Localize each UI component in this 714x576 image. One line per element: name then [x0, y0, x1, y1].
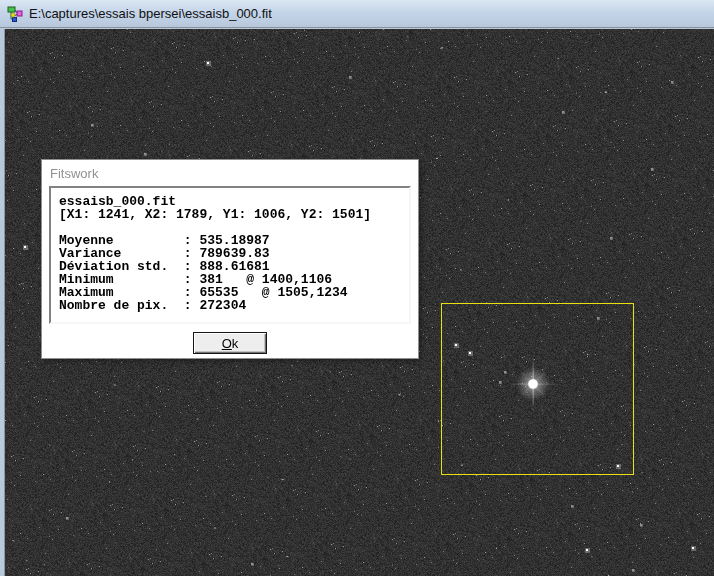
ok-button-label-rest: k [232, 336, 239, 351]
window-title: E:\captures\essais bpersei\essaisb_000.f… [29, 6, 272, 21]
window-frame-edge [4, 29, 5, 576]
fitswork-app-icon [7, 6, 23, 22]
fitswork-stats-dialog: Fitswork essaisb_000.fit [X1: 1241, X2: … [41, 159, 419, 359]
ok-button-accesskey: O [222, 336, 232, 351]
dialog-title: Fitswork [50, 166, 98, 181]
ok-button[interactable]: Ok [193, 332, 267, 354]
stats-panel: essaisb_000.fit [X1: 1241, X2: 1789, Y1:… [49, 186, 411, 324]
window-titlebar[interactable]: E:\captures\essais bpersei\essaisb_000.f… [0, 0, 714, 28]
stat-line-pixelcount: Nombre de pix. : 272304 [59, 299, 409, 312]
stat-line-region: [X1: 1241, X2: 1789, Y1: 1006, Y2: 1501] [59, 208, 409, 221]
